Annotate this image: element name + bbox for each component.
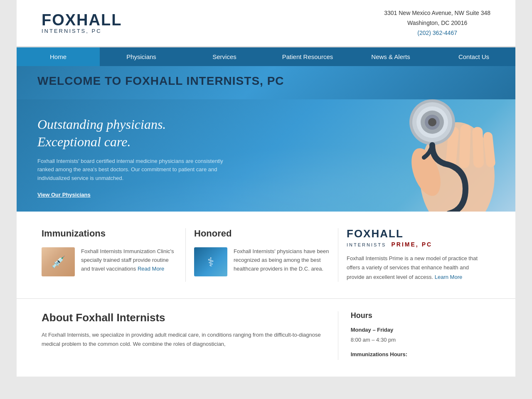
- hours-weekday-label: Monday – Friday: [351, 325, 490, 335]
- hero-image: [341, 91, 515, 212]
- content-section: Immunizations Foxhall Internists Immuniz…: [17, 212, 515, 298]
- prime-logo-block: FOXHALL INTERNISTS PRIME, PC: [347, 228, 482, 248]
- nav-patient-resources[interactable]: Patient Resources: [266, 47, 349, 66]
- svg-point-11: [428, 118, 436, 126]
- nav-services[interactable]: Services: [183, 47, 266, 66]
- bottom-section: About Foxhall Internists At Foxhall Inte…: [17, 298, 515, 377]
- logo-area: FOXHALL INTERNISTS, PC: [42, 12, 122, 34]
- logo-main: FOXHALL: [42, 12, 122, 28]
- prime-logo-sub: INTERNISTS PRIME, PC: [347, 241, 482, 248]
- hero-description: Foxhall Internists' board certified inte…: [37, 157, 229, 183]
- address-line1: 3301 New Mexico Avenue, NW Suite 348: [384, 8, 490, 18]
- immunizations-item: Foxhall Internists Immunization Clinic's…: [42, 247, 177, 276]
- honored-section: Honored Foxhall Internists' physicians h…: [186, 228, 338, 281]
- immunizations-section: Immunizations Foxhall Internists Immuniz…: [42, 228, 186, 281]
- nav-home[interactable]: Home: [17, 47, 100, 66]
- hero-physicians-link[interactable]: View Our Physicians: [37, 192, 91, 198]
- hero-content: Outstanding physicians. Exceptional care…: [17, 99, 515, 212]
- about-section: About Foxhall Internists At Foxhall Inte…: [42, 311, 321, 360]
- honored-thumbnail: [194, 247, 227, 276]
- hours-details: Monday – Friday 8:00 am – 4:30 pm Immuni…: [351, 325, 490, 360]
- immunizations-title: Immunizations: [42, 228, 177, 239]
- nav-physicians[interactable]: Physicians: [100, 47, 183, 66]
- contact-info: 3301 New Mexico Avenue, NW Suite 348 Was…: [384, 8, 490, 38]
- hours-title: Hours: [351, 311, 490, 320]
- hours-immunizations-label: Immunizations Hours:: [351, 350, 490, 360]
- navigation: Home Physicians Services Patient Resourc…: [17, 47, 515, 66]
- hero-welcome-text: WELCOME TO FOXHALL INTERNISTS, PC: [37, 74, 284, 88]
- prime-logo-prime: PRIME, PC: [392, 241, 433, 248]
- svg-rect-4: [472, 127, 484, 168]
- honored-item: Foxhall Internists' physicians have been…: [194, 247, 330, 276]
- phone-number: (202) 362-4467: [384, 28, 490, 38]
- nav-contact-us[interactable]: Contact Us: [432, 47, 515, 66]
- about-title: About Foxhall Internists: [42, 311, 321, 324]
- immunizations-text: Foxhall Internists Immunization Clinic's…: [81, 247, 177, 273]
- hero-tagline-line2: Exceptional care.: [37, 134, 131, 149]
- logo-sub: INTERNISTS, PC: [42, 28, 122, 34]
- honored-title: Honored: [194, 228, 330, 239]
- hero-tagline-line1: Outstanding physicians.: [37, 117, 166, 132]
- hero-tagline: Outstanding physicians. Exceptional care…: [37, 116, 245, 150]
- hours-section: Hours Monday – Friday 8:00 am – 4:30 pm …: [338, 311, 490, 360]
- svg-rect-3: [459, 124, 471, 168]
- hours-weekday-hours: 8:00 am – 4:30 pm: [351, 335, 490, 345]
- prime-learn-more[interactable]: Learn More: [435, 274, 462, 280]
- prime-section: FOXHALL INTERNISTS PRIME, PC Foxhall Int…: [338, 228, 490, 281]
- prime-logo-main: FOXHALL: [347, 228, 482, 239]
- prime-description: Foxhall Internists Prime is a new model …: [347, 254, 482, 281]
- honored-text: Foxhall Internists' physicians have been…: [234, 247, 330, 273]
- immunizations-thumbnail: [42, 247, 75, 276]
- about-text: At Foxhall Internists, we specialize in …: [42, 330, 321, 349]
- address-line2: Washington, DC 20016: [384, 18, 490, 28]
- immunizations-read-more[interactable]: Read More: [138, 266, 164, 272]
- hero-banner: WELCOME TO FOXHALL INTERNISTS, PC Outsta…: [17, 66, 515, 212]
- nav-news-alerts[interactable]: News & Alerts: [349, 47, 432, 66]
